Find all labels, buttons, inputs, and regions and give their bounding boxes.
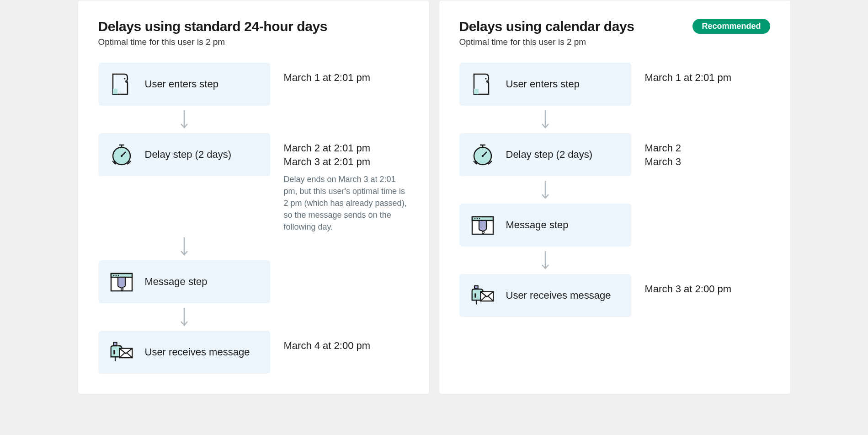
steps-list: User enters stepMarch 1 at 2:01 pm Delay… xyxy=(98,63,409,374)
step-label: User receives message xyxy=(145,346,250,358)
step-box: User enters step xyxy=(98,63,270,106)
svg-point-11 xyxy=(113,275,114,276)
step-label: User enters step xyxy=(506,78,580,90)
step-box: User enters step xyxy=(459,63,631,106)
svg-rect-19 xyxy=(113,343,117,346)
step-label: Message step xyxy=(506,219,569,231)
timer-icon xyxy=(470,142,495,167)
timestamp: March 3 xyxy=(645,156,770,168)
timer-icon xyxy=(109,142,134,167)
arrow-row xyxy=(459,106,770,133)
step-label: User enters step xyxy=(145,78,218,90)
step-label: Message step xyxy=(145,276,208,288)
arrow-down-icon xyxy=(459,106,631,133)
step-detail: March 4 at 2:00 pm xyxy=(284,331,409,354)
arrow-row xyxy=(459,176,770,204)
step-row: User receives messageMarch 4 at 2:00 pm xyxy=(98,331,409,374)
steps-list: User enters stepMarch 1 at 2:01 pm Delay… xyxy=(459,63,770,317)
step-detail: March 3 at 2:00 pm xyxy=(645,274,770,297)
arrow-down-icon xyxy=(98,106,270,133)
panel-title: Delays using calendar days xyxy=(459,19,634,34)
svg-point-0 xyxy=(124,78,125,79)
arrow-row xyxy=(98,233,409,260)
timestamp: March 3 at 2:00 pm xyxy=(645,283,770,295)
timestamp: March 4 at 2:00 pm xyxy=(284,340,409,352)
panel-subtitle: Optimal time for this user is 2 pm xyxy=(459,37,634,47)
step-box: User receives message xyxy=(459,274,631,317)
step-label: User receives message xyxy=(506,290,611,301)
svg-rect-44 xyxy=(474,286,478,289)
svg-point-38 xyxy=(479,218,480,220)
step-detail: March 1 at 2:01 pm xyxy=(284,63,409,86)
step-detail: March 2 at 2:01 pmMarch 3 at 2:01 pmDela… xyxy=(284,133,409,233)
mailbox-icon xyxy=(109,340,134,365)
step-row: Message step xyxy=(98,260,409,303)
arrow-row xyxy=(98,106,409,133)
step-box: Message step xyxy=(98,260,270,303)
panel: Delays using standard 24-hour daysOptima… xyxy=(78,0,430,394)
svg-rect-45 xyxy=(474,293,476,297)
step-row: Message step xyxy=(459,204,770,247)
user-icon xyxy=(470,72,495,97)
svg-rect-1 xyxy=(113,89,117,94)
step-row: Delay step (2 days)March 2March 3 xyxy=(459,133,770,176)
step-box: User receives message xyxy=(98,331,270,374)
arrow-down-icon xyxy=(459,247,631,274)
step-row: User enters stepMarch 1 at 2:01 pm xyxy=(98,63,409,106)
step-label: Delay step (2 days) xyxy=(506,149,593,161)
timestamp: March 1 at 2:01 pm xyxy=(284,72,409,84)
timestamp: March 3 at 2:01 pm xyxy=(284,156,409,168)
svg-point-36 xyxy=(474,218,475,220)
step-row: User enters stepMarch 1 at 2:01 pm xyxy=(459,63,770,106)
panel-subtitle: Optimal time for this user is 2 pm xyxy=(98,37,328,47)
arrow-down-icon xyxy=(98,303,270,331)
step-detail xyxy=(645,204,770,213)
step-box: Delay step (2 days) xyxy=(459,133,631,176)
message-icon xyxy=(470,213,495,237)
step-box: Delay step (2 days) xyxy=(98,133,270,176)
step-label: Delay step (2 days) xyxy=(145,149,232,161)
svg-rect-26 xyxy=(474,89,479,94)
svg-point-37 xyxy=(476,218,478,220)
step-row: Delay step (2 days)March 2 at 2:01 pmMar… xyxy=(98,133,409,233)
step-detail: March 2March 3 xyxy=(645,133,770,170)
mailbox-icon xyxy=(470,283,495,308)
panel-title: Delays using standard 24-hour days xyxy=(98,19,328,34)
step-note: Delay ends on March 3 at 2:01 pm, but th… xyxy=(284,173,409,233)
svg-point-12 xyxy=(115,275,117,276)
panel-header: Delays using standard 24-hour daysOptima… xyxy=(98,19,409,47)
recommended-badge: Recommended xyxy=(692,19,770,34)
timestamp: March 2 xyxy=(645,142,770,154)
timestamp: March 1 at 2:01 pm xyxy=(645,72,770,84)
user-icon xyxy=(109,72,134,97)
panel-header: Delays using calendar daysOptimal time f… xyxy=(459,19,770,47)
arrow-row xyxy=(98,303,409,331)
svg-point-13 xyxy=(117,275,119,276)
step-row: User receives messageMarch 3 at 2:00 pm xyxy=(459,274,770,317)
svg-rect-20 xyxy=(113,350,115,354)
timestamp: March 2 at 2:01 pm xyxy=(284,142,409,154)
message-icon xyxy=(109,269,134,294)
step-detail: March 1 at 2:01 pm xyxy=(645,63,770,86)
arrow-down-icon xyxy=(459,176,631,204)
svg-point-25 xyxy=(485,78,486,79)
step-detail xyxy=(284,260,409,269)
panel: Delays using calendar daysOptimal time f… xyxy=(439,0,791,394)
arrow-row xyxy=(459,247,770,274)
arrow-down-icon xyxy=(98,233,270,260)
step-box: Message step xyxy=(459,204,631,247)
